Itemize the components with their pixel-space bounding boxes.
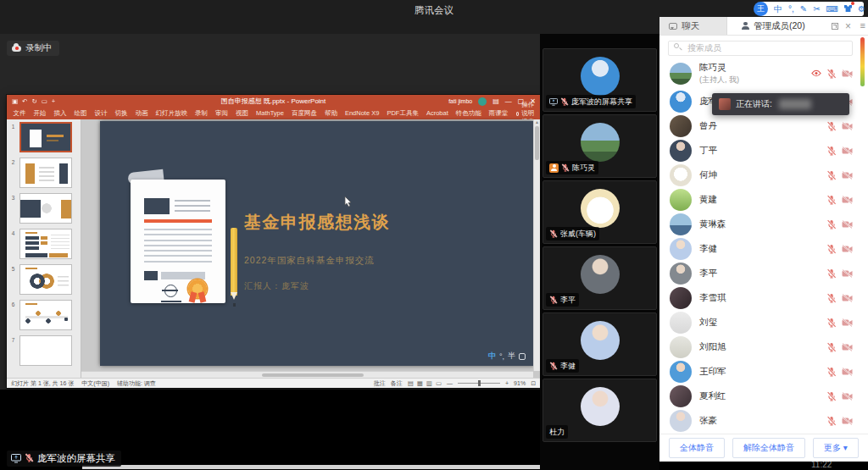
camera-off-icon[interactable]	[842, 417, 853, 425]
slideshow-view-icon[interactable]: ▭	[436, 379, 442, 387]
thumbnail-preview[interactable]	[19, 335, 72, 366]
member-row[interactable]: 李健	[659, 236, 856, 261]
video-tile[interactable]: 张威(车辆)	[542, 180, 657, 244]
ribbon-tab[interactable]: MathType	[253, 109, 288, 118]
mic-muted-icon[interactable]	[826, 391, 837, 401]
mic-muted-icon[interactable]	[826, 367, 837, 377]
mic-muted-icon[interactable]	[826, 170, 837, 180]
accessibility-status[interactable]: 辅助功能: 调查	[117, 379, 156, 388]
undo-icon[interactable]: ↶	[22, 95, 27, 108]
mic-muted-icon[interactable]	[549, 229, 558, 238]
mic-muted-icon[interactable]	[826, 219, 837, 229]
slide-thumbnail[interactable]: 5	[7, 264, 81, 295]
video-tile[interactable]: 李平	[542, 246, 657, 310]
slide-thumbnail[interactable]: 3	[7, 193, 81, 224]
lang-mode-icon[interactable]: 中	[774, 2, 782, 16]
mic-muted-icon[interactable]	[549, 296, 558, 304]
mic-muted-icon[interactable]	[25, 453, 34, 462]
ribbon-tab[interactable]: 百度网盘	[287, 109, 320, 118]
scissors-icon[interactable]: ✂	[813, 2, 820, 16]
search-members-input[interactable]	[668, 41, 853, 56]
slide-thumbnail[interactable]: 7	[7, 335, 81, 366]
ribbon-tab[interactable]: 帮助	[320, 109, 341, 118]
ribbon-tab[interactable]: 文件	[9, 109, 30, 118]
mic-muted-icon[interactable]	[826, 146, 837, 156]
mic-muted-icon[interactable]	[549, 362, 558, 370]
ime-toolbar[interactable]: 王 中°,✎✂⌨⚙	[760, 2, 864, 16]
mic-muted-icon[interactable]	[561, 163, 570, 172]
mic-muted-icon[interactable]	[826, 244, 837, 254]
thumbnail-preview[interactable]	[19, 229, 72, 259]
pen-icon[interactable]: ✎	[800, 2, 807, 16]
slide-thumbnail[interactable]: 2	[7, 158, 81, 188]
customize-icon[interactable]: +	[52, 95, 55, 108]
camera-off-icon[interactable]	[842, 220, 853, 229]
member-row[interactable]: 刘阳旭	[659, 335, 856, 359]
ribbon-tab[interactable]: 动画	[131, 109, 152, 118]
ribbon-tab[interactable]: 审阅	[212, 109, 232, 118]
skin-icon[interactable]	[844, 2, 852, 16]
ime-account-avatar[interactable]: 王	[754, 2, 768, 16]
ribbon-tab[interactable]: 开始	[30, 109, 50, 118]
camera-off-icon[interactable]	[842, 196, 853, 204]
member-row[interactable]: 何坤	[659, 163, 856, 187]
current-slide[interactable]: 基金申报感想浅谈 2022年国家自科基金申报交流 汇报人：庞军波 中 °, 半	[100, 121, 534, 366]
member-row[interactable]: 李平	[659, 261, 856, 285]
save-icon[interactable]: ▣	[12, 95, 18, 108]
member-row[interactable]: 陈巧灵(主持人, 我)	[659, 58, 856, 89]
camera-off-icon[interactable]	[842, 245, 853, 253]
camera-off-icon[interactable]	[842, 343, 853, 351]
zoom-level[interactable]: 91%	[514, 380, 526, 386]
slide-thumbnail[interactable]: 1	[7, 122, 81, 152]
member-row[interactable]: 黄琳森	[659, 212, 856, 236]
member-row[interactable]: 王印军	[659, 359, 856, 384]
video-tile[interactable]: 庞军波的屏幕共享	[542, 48, 657, 112]
mic-muted-icon[interactable]	[826, 293, 837, 303]
ribbon-tab[interactable]: EndNote X9	[341, 109, 382, 118]
panel-menu-icon[interactable]: ≡	[860, 20, 865, 30]
close-panel-icon[interactable]: ×	[845, 21, 851, 31]
ribbon-tab[interactable]: 录制	[192, 109, 212, 118]
member-row[interactable]: 曾丹	[659, 113, 856, 138]
ribbon-tab[interactable]: 幻灯片放映	[152, 109, 192, 118]
keyboard-icon[interactable]: ⌨	[826, 2, 838, 16]
mic-muted-icon[interactable]	[826, 342, 837, 352]
member-row[interactable]: 李雪琪	[659, 285, 856, 310]
ribbon-tab[interactable]: 雨课堂	[485, 109, 512, 118]
ribbon-tab[interactable]: 插入	[50, 109, 70, 118]
ribbon-tab[interactable]: PDF工具集	[383, 109, 423, 118]
video-tile[interactable]: 李健	[542, 312, 657, 376]
slideshow-icon[interactable]: ▭	[42, 95, 47, 108]
camera-off-icon[interactable]	[842, 122, 853, 130]
maximize-icon[interactable]: ▢	[518, 97, 525, 105]
recording-badge[interactable]: 录制中	[7, 41, 59, 56]
mic-muted-icon[interactable]	[826, 121, 837, 131]
camera-off-icon[interactable]	[842, 294, 853, 302]
thumbnail-preview[interactable]	[19, 193, 72, 224]
vertical-scrollbar[interactable]: ▲	[533, 119, 540, 371]
punctuation-icon[interactable]: °,	[788, 2, 794, 16]
close-icon[interactable]: ✕	[530, 97, 536, 105]
camera-off-icon[interactable]	[842, 269, 853, 278]
horizontal-scrollbar[interactable]	[81, 371, 533, 378]
thumbnail-preview[interactable]	[19, 158, 72, 188]
zoom-in-button[interactable]: +	[505, 380, 509, 386]
thumbnail-preview[interactable]	[19, 300, 72, 330]
camera-off-icon[interactable]	[842, 171, 853, 180]
thumbnail-preview[interactable]	[19, 122, 72, 152]
unmute-all-button[interactable]: 解除全体静音	[732, 438, 805, 458]
recording-icon[interactable]	[811, 69, 821, 77]
display-settings-icon[interactable]: ▤	[492, 97, 499, 105]
mic-muted-icon[interactable]	[826, 268, 837, 279]
member-row[interactable]: 丁平	[659, 138, 856, 163]
mic-muted-icon[interactable]	[826, 195, 837, 205]
language-status[interactable]: 中文(中国)	[81, 379, 109, 388]
tab-chat[interactable]: 聊天	[659, 17, 727, 35]
slide-thumbnail[interactable]: 6	[7, 300, 81, 330]
ribbon-tab[interactable]: 切换	[111, 109, 131, 118]
video-tile[interactable]: 杜力	[542, 379, 657, 442]
more-button[interactable]: 更多 ▾	[813, 438, 859, 458]
comments-toggle[interactable]: 批注	[374, 379, 386, 388]
scroll-indicator-bar[interactable]	[860, 37, 865, 86]
zoom-out-button[interactable]: —	[447, 380, 453, 386]
